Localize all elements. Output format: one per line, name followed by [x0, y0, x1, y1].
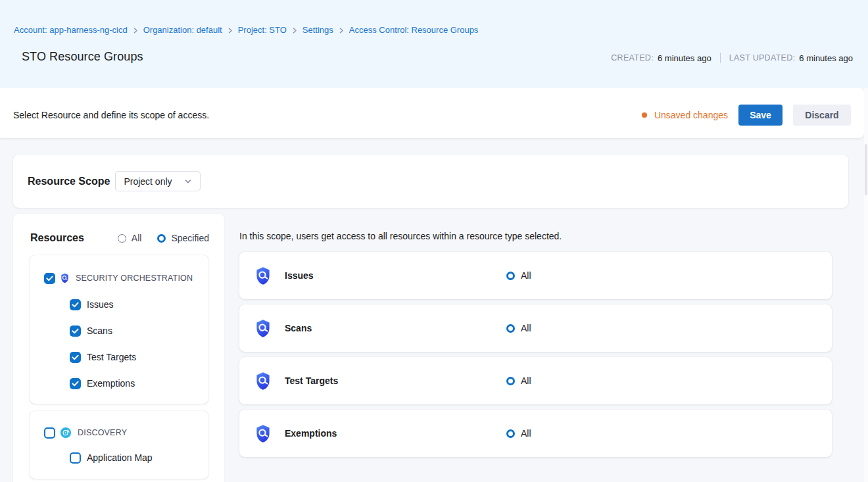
last-updated-label: LAST UPDATED: [729, 53, 796, 62]
checkbox-security-orchestration[interactable] [44, 273, 55, 284]
sto-shield-icon [255, 319, 271, 338]
chevron-down-icon [183, 177, 193, 186]
discard-button[interactable]: Discard [793, 105, 851, 126]
radio-all-scans[interactable] [506, 324, 515, 333]
resource-card-title: Test Targets [285, 375, 338, 386]
breadcrumb-link-access-control[interactable]: Access Control: Resource Groups [349, 25, 479, 35]
unsaved-changes-dot-icon [642, 112, 647, 118]
resource-card-title: Issues [285, 270, 314, 281]
resources-title: Resources [30, 232, 84, 244]
resource-row-issues: Issues [30, 299, 208, 310]
resource-row-test-targets: Test Targets [30, 352, 208, 362]
chevron-right-icon [339, 28, 344, 34]
group-label: SECURITY ORCHESTRATION [76, 274, 193, 283]
resource-row-exemptions: Exemptions [30, 378, 208, 389]
chevron-right-icon [228, 28, 233, 34]
resource-card-access: All [506, 304, 531, 352]
sto-shield-icon [255, 266, 271, 285]
resource-group-card-security-orchestration: SECURITY ORCHESTRATION Issues Scans Test… [30, 255, 208, 404]
content-area: Resource Scope Project only Resources Al… [0, 138, 864, 482]
checkbox-application-map[interactable] [70, 452, 81, 464]
resource-card-exemptions: Exemptions All [239, 410, 832, 457]
resource-card-access: All [506, 410, 531, 457]
discovery-icon [60, 427, 71, 438]
resource-scope-value: Project only [124, 176, 172, 187]
resource-card-scans: Scans All [239, 304, 832, 352]
resource-row-scans: Scans [30, 325, 208, 336]
breadcrumb: Account: app-harness-ng-cicd Organizatio… [14, 25, 478, 35]
resources-mode-radio-group: All Specified [118, 233, 209, 243]
page-title: STO Resource Groups [22, 50, 143, 64]
checkbox-scans[interactable] [70, 325, 81, 337]
resource-card-access: All [506, 252, 531, 299]
radio-all[interactable] [118, 234, 126, 243]
checkbox-discovery[interactable] [44, 427, 55, 439]
resource-card-title: Scans [285, 323, 312, 333]
resource-card-test-targets: Test Targets All [239, 357, 832, 404]
checkbox-issues[interactable] [70, 299, 81, 310]
created-value: 6 minutes ago [658, 53, 711, 63]
radio-specified[interactable] [157, 234, 166, 243]
resource-group-card-discovery: DISCOVERY Application Map [30, 411, 208, 479]
page-header: Account: app-harness-ng-cicd Organizatio… [0, 0, 868, 88]
radio-all-test-targets-label[interactable]: All [521, 375, 531, 386]
radio-all-issues[interactable] [506, 272, 515, 280]
radio-all-exemptions-label[interactable]: All [521, 428, 531, 439]
unsaved-changes-label: Unsaved changes [654, 110, 728, 120]
radio-all-issues-label[interactable]: All [521, 270, 531, 281]
breadcrumb-link-settings[interactable]: Settings [302, 25, 333, 35]
resource-label: Test Targets [87, 352, 136, 362]
radio-all-test-targets[interactable] [506, 377, 515, 385]
radio-all-label[interactable]: All [132, 233, 142, 243]
chevron-right-icon [292, 28, 297, 34]
save-button[interactable]: Save [738, 105, 783, 126]
scope-description: In this scope, users get access to all r… [239, 231, 562, 241]
resource-label: Application Map [87, 452, 153, 463]
radio-all-exemptions[interactable] [506, 429, 515, 438]
toolbar-subtitle: Select Resource and define its scope of … [13, 110, 209, 120]
chevron-right-icon [133, 28, 138, 34]
resource-label: Scans [87, 325, 112, 336]
breadcrumb-link-account[interactable]: Account: app-harness-ng-cicd [14, 25, 128, 35]
sto-shield-icon [255, 372, 271, 391]
resource-label: Issues [87, 299, 113, 310]
resource-card-access: All [506, 357, 531, 404]
resources-panel: Resources All Specified SECURITY ORCHEST… [13, 214, 224, 482]
resource-card-title: Exemptions [285, 428, 337, 439]
breadcrumb-link-organization[interactable]: Organization: default [143, 25, 222, 35]
group-label: DISCOVERY [78, 428, 127, 437]
sto-shield-icon [255, 424, 271, 443]
resource-row-application-map: Application Map [30, 452, 208, 463]
scrollbar-track [864, 88, 868, 482]
sto-shield-icon [60, 273, 69, 283]
created-label: CREATED: [611, 53, 654, 62]
last-updated-value: 6 minutes ago [799, 53, 853, 63]
toolbar: Select Resource and define its scope of … [0, 88, 864, 138]
radio-all-scans-label[interactable]: All [521, 323, 531, 333]
resource-scope-label: Resource Scope [28, 176, 110, 187]
radio-specified-label[interactable]: Specified [171, 233, 209, 243]
group-row-discovery: DISCOVERY [30, 427, 208, 438]
breadcrumb-link-project[interactable]: Project: STO [238, 25, 287, 35]
checkbox-test-targets[interactable] [70, 352, 81, 363]
resource-scope-card: Resource Scope Project only [13, 155, 848, 208]
resource-card-issues: Issues All [239, 252, 832, 299]
resource-scope-select[interactable]: Project only [115, 171, 201, 191]
resource-label: Exemptions [87, 378, 135, 389]
group-row-security-orchestration: SECURITY ORCHESTRATION [30, 273, 208, 283]
checkbox-exemptions[interactable] [70, 378, 81, 389]
header-meta: CREATED: 6 minutes ago LAST UPDATED: 6 m… [611, 53, 853, 63]
meta-separator [720, 53, 721, 63]
scrollbar-thumb[interactable] [865, 144, 867, 195]
